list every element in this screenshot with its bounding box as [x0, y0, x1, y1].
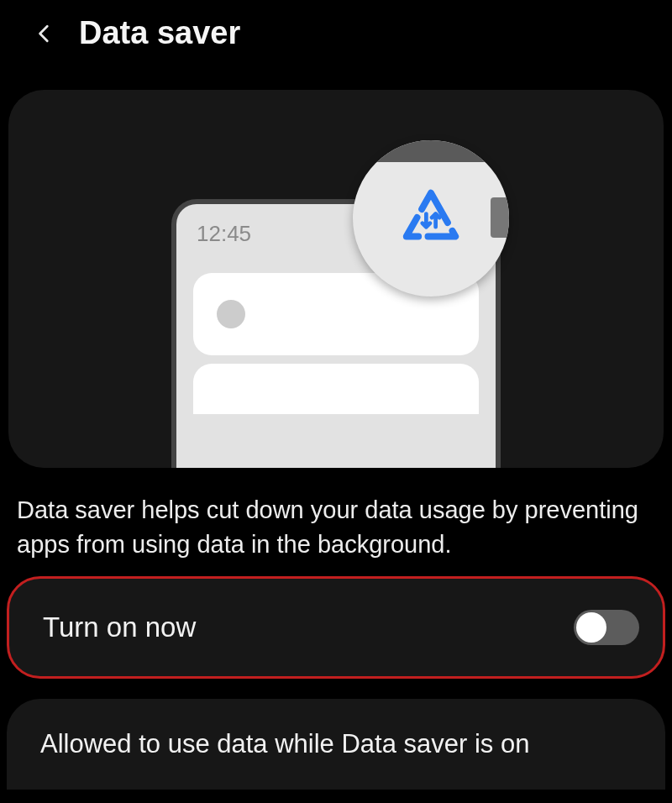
switch-knob: [576, 612, 606, 643]
header: Data saver: [0, 0, 672, 66]
phone-time: 12:45: [197, 221, 251, 247]
page-title: Data saver: [79, 15, 240, 51]
phone-mock-card-2: [193, 364, 479, 414]
allowed-apps-label: Allowed to use data while Data saver is …: [40, 729, 529, 759]
allowed-apps-row[interactable]: Allowed to use data while Data saver is …: [7, 699, 665, 790]
description-text: Data saver helps cut down your data usag…: [0, 468, 672, 576]
turn-on-now-row[interactable]: Turn on now: [7, 576, 665, 679]
magnifier-circle: [353, 140, 509, 297]
data-saver-triangle-icon: [401, 187, 461, 248]
battery-icon: [491, 197, 509, 238]
illustration-card: 12:45: [8, 90, 664, 468]
turn-on-now-switch[interactable]: [574, 610, 639, 645]
phone-mock-dot: [217, 300, 245, 328]
turn-on-now-label: Turn on now: [43, 611, 196, 643]
magnifier-topbar: [353, 140, 509, 162]
back-icon[interactable]: [34, 23, 55, 45]
